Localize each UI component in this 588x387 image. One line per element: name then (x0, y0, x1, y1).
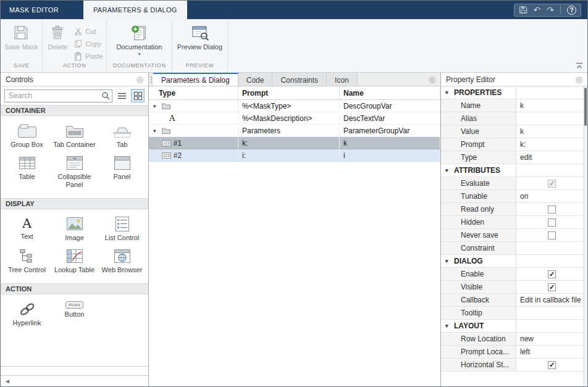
control-lookup-table[interactable]: Lookup Table (51, 246, 98, 278)
table-row-selected[interactable]: 123 #1 k: k (149, 137, 440, 149)
evaluate-checkbox[interactable] (548, 180, 556, 188)
horizontal-stretch-checkbox[interactable] (548, 361, 556, 369)
list-view-button[interactable] (115, 89, 128, 102)
tab-parameters-dialog[interactable]: Parameters & Dialog (153, 73, 238, 86)
property-value[interactable]: left (516, 346, 587, 358)
delete-button[interactable]: Delete (45, 22, 71, 52)
paste-button[interactable]: Paste (74, 52, 103, 60)
property-row-evaluate[interactable]: Evaluate (441, 177, 587, 190)
control-list-control[interactable]: List Control (98, 214, 146, 246)
hidden-checkbox[interactable] (548, 218, 556, 227)
grid-view-button[interactable] (131, 89, 145, 102)
property-row-prompt[interactable]: Prompt k: (441, 138, 587, 151)
save-icon[interactable] (519, 6, 527, 14)
control-tab[interactable]: Tab (98, 120, 146, 152)
control-collapsible-panel[interactable]: Collapsible Panel (51, 152, 98, 193)
property-group-attributes[interactable]: ATTRIBUTES (441, 164, 587, 177)
property-value[interactable]: on (516, 190, 587, 202)
cell-prompt[interactable]: Parameters (238, 125, 340, 136)
minimize-ribbon-button[interactable] (576, 62, 583, 69)
property-row-name[interactable]: Name k (441, 99, 587, 112)
control-panel[interactable]: Panel (98, 152, 146, 193)
property-row-value[interactable]: Value k (441, 125, 587, 138)
cell-prompt[interactable]: %<MaskType> (238, 100, 340, 112)
property-value[interactable] (516, 242, 587, 254)
property-value[interactable]: Edit in callback file (516, 294, 587, 306)
property-row-tooltip[interactable]: Tooltip (441, 307, 587, 320)
property-row-alias[interactable]: Alias (441, 112, 587, 125)
collapse-left-icon[interactable]: ◄ (4, 378, 10, 385)
property-value[interactable] (516, 112, 587, 125)
tab-code[interactable]: Code (238, 73, 273, 86)
control-hyperlink[interactable]: Hyperlink (3, 299, 51, 331)
property-value[interactable]: new (516, 333, 587, 345)
cell-name[interactable]: i (340, 149, 440, 161)
read-only-checkbox[interactable] (548, 206, 556, 214)
property-row-tunable[interactable]: Tunable on (441, 190, 587, 203)
property-row-prompt-location[interactable]: Prompt Loca... left (441, 346, 587, 359)
property-editor-settings-icon[interactable]: ◎ (576, 75, 582, 83)
save-mask-button[interactable]: Save Mask (1, 22, 41, 52)
redo-icon[interactable]: ↷ (547, 6, 554, 14)
never-save-checkbox[interactable] (548, 231, 556, 239)
property-row-callback[interactable]: Callback Edit in callback file (441, 294, 587, 307)
table-row[interactable]: A %<MaskDescription> DescTextVar (149, 112, 440, 125)
property-editor-scrollbar[interactable] (583, 86, 587, 386)
property-group-properties[interactable]: PROPERTIES (441, 86, 587, 99)
property-group-layout[interactable]: LAYOUT (441, 320, 587, 333)
tab-icon[interactable]: Icon (327, 73, 358, 86)
cell-name[interactable]: DescGroupVar (340, 100, 440, 112)
property-row-hidden[interactable]: Hidden (441, 216, 587, 229)
panel-splitter-handle[interactable] (149, 73, 153, 86)
cell-prompt[interactable]: k: (238, 137, 340, 149)
toolstrip-tab-parameters-dialog[interactable]: PARAMETERS & DIALOG (83, 1, 187, 19)
cell-name[interactable]: ParameterGroupVar (340, 125, 440, 136)
property-value[interactable]: k: (516, 138, 587, 151)
property-row-enable[interactable]: Enable (441, 268, 587, 281)
control-button[interactable]: PUSH Button (51, 299, 98, 331)
cell-name[interactable]: k (340, 137, 440, 149)
collapse-triangle-icon[interactable] (445, 258, 452, 264)
property-row-read-only[interactable]: Read only (441, 203, 587, 216)
expand-triangle-icon[interactable] (153, 103, 159, 109)
editor-settings-icon[interactable]: ◎ (429, 75, 435, 83)
collapse-triangle-icon[interactable] (445, 167, 452, 173)
property-value[interactable] (516, 307, 587, 319)
property-row-visible[interactable]: Visible (441, 281, 587, 294)
column-header-prompt[interactable]: Prompt (238, 86, 340, 99)
property-row-horizontal-stretch[interactable]: Horizontal St... (441, 359, 587, 372)
cell-prompt[interactable]: %<MaskDescription> (238, 112, 340, 124)
property-group-dialog[interactable]: DIALOG (441, 255, 587, 268)
collapse-triangle-icon[interactable] (445, 323, 452, 329)
control-table[interactable]: Table (3, 152, 51, 193)
search-input[interactable] (4, 89, 112, 102)
table-row[interactable]: %<MaskType> DescGroupVar (149, 100, 440, 112)
property-value[interactable]: k (516, 99, 587, 112)
cell-prompt[interactable]: i: (238, 149, 340, 161)
cut-button[interactable]: Cut (74, 27, 103, 36)
property-value[interactable]: k (516, 125, 587, 138)
scrollbar-thumb[interactable] (584, 88, 587, 126)
table-row[interactable]: 123 #2 i: i (149, 149, 440, 162)
visible-checkbox[interactable] (548, 283, 556, 291)
documentation-button[interactable]: Documentation ▾ (114, 22, 166, 58)
undo-icon[interactable]: ↶ (534, 6, 541, 14)
property-row-row-location[interactable]: Row Location new (441, 333, 587, 346)
control-tab-container[interactable]: Tab Container (51, 120, 98, 152)
copy-button[interactable]: Copy (74, 40, 103, 48)
tab-constraints[interactable]: Constraints (272, 73, 327, 86)
controls-settings-icon[interactable]: ◎ (136, 75, 143, 83)
property-row-never-save[interactable]: Never save (441, 229, 587, 242)
control-web-browser[interactable]: Web Browser (98, 246, 146, 278)
control-text[interactable]: A Text (3, 214, 51, 246)
column-header-type[interactable]: Type (149, 86, 238, 99)
enable-checkbox[interactable] (548, 270, 556, 278)
control-image[interactable]: Image (51, 214, 98, 246)
property-value[interactable]: edit (516, 151, 587, 164)
control-tree-control[interactable]: Tree Control (3, 246, 51, 278)
control-group-box[interactable]: Group Box (3, 120, 51, 152)
help-icon[interactable]: ? (567, 6, 576, 15)
cell-name[interactable]: DescTextVar (340, 112, 440, 124)
preview-dialog-button[interactable]: Preview Dialog (174, 22, 225, 52)
property-row-constraint[interactable]: Constraint (441, 242, 587, 255)
